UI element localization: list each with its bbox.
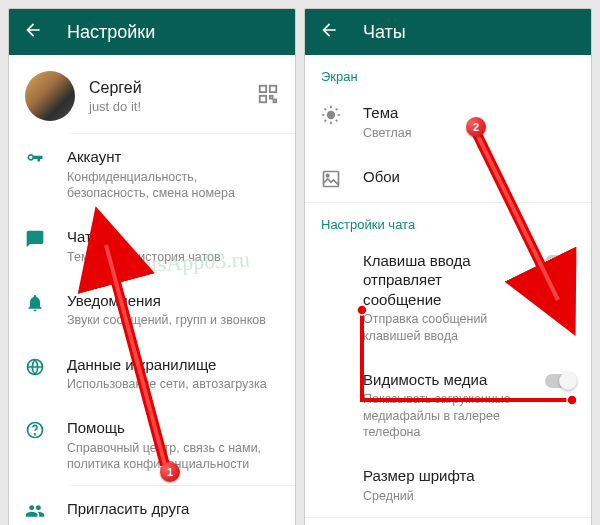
header-title: Настройки (67, 22, 155, 43)
svg-point-8 (327, 111, 335, 119)
section-chat: Настройки чата (305, 203, 591, 238)
header-title: Чаты (363, 22, 406, 43)
chat-icon (25, 229, 45, 249)
menu-enter-send[interactable]: Клавиша ввода отправляет сообщение Отпра… (305, 238, 591, 357)
svg-rect-4 (274, 100, 277, 103)
help-icon (25, 420, 45, 440)
menu-title: Размер шрифта (363, 466, 575, 486)
menu-account[interactable]: Аккаунт Конфиденциальность, безопасность… (9, 134, 295, 214)
settings-screen: Настройки Сергей just do it! Аккаунт Кон… (8, 8, 296, 525)
toggle-enter-send[interactable] (545, 255, 575, 269)
bell-icon (25, 293, 45, 313)
profile-name: Сергей (89, 79, 243, 97)
svg-rect-3 (270, 96, 273, 99)
menu-theme[interactable]: Тема Светлая (305, 90, 591, 154)
menu-sub: Справочный центр, связь с нами, политика… (67, 440, 279, 473)
key-icon (25, 149, 45, 169)
svg-rect-0 (260, 86, 266, 92)
spacer-icon (321, 468, 341, 488)
menu-sub: Отправка сообщений клавишей ввода (363, 311, 523, 344)
theme-icon (321, 105, 341, 125)
menu-font-size[interactable]: Размер шрифта Средний (305, 453, 591, 517)
profile-status: just do it! (89, 99, 243, 114)
menu-media-visibility[interactable]: Видимость медиа Показывать загруженные м… (305, 357, 591, 453)
menu-sub: Конфиденциальность, безопасность, смена … (67, 169, 279, 202)
menu-sub: Светлая (363, 125, 575, 141)
avatar (25, 71, 75, 121)
menu-storage[interactable]: Данные и хранилище Использование сети, а… (9, 342, 295, 406)
menu-title: Аккаунт (67, 147, 279, 167)
menu-title: Чаты (67, 227, 279, 247)
menu-title: Обои (363, 167, 575, 187)
header: Чаты (305, 9, 591, 55)
svg-rect-9 (324, 171, 339, 186)
menu-title: Пригласить друга (67, 499, 279, 519)
menu-sub: Звуки сообщений, групп и звонков (67, 312, 279, 328)
menu-title: Видимость медиа (363, 370, 523, 390)
menu-sub: Использование сети, автозагрузка (67, 376, 279, 392)
people-icon (25, 501, 45, 521)
back-icon[interactable] (23, 20, 43, 44)
menu-notifications[interactable]: Уведомления Звуки сообщений, групп и зво… (9, 278, 295, 342)
wallpaper-icon (321, 169, 341, 189)
section-screen: Экран (305, 55, 591, 90)
profile-text: Сергей just do it! (89, 79, 243, 114)
menu-sub: Показывать загруженные медиафайлы в гале… (363, 391, 523, 440)
toggle-media-visibility[interactable] (545, 374, 575, 388)
menu-title: Клавиша ввода отправляет сообщение (363, 251, 523, 310)
menu-backup[interactable]: Резервная копия чатов (305, 518, 591, 525)
menu-help[interactable]: Помощь Справочный центр, связь с нами, п… (9, 405, 295, 485)
spacer-icon (321, 253, 341, 273)
menu-title: Уведомления (67, 291, 279, 311)
header: Настройки (9, 9, 295, 55)
svg-point-10 (326, 174, 329, 177)
menu-sub: Средний (363, 488, 575, 504)
menu-wallpaper[interactable]: Обои (305, 154, 591, 202)
menu-chats[interactable]: Чаты Тема, обои, история чатов (9, 214, 295, 278)
menu-title: Помощь (67, 418, 279, 438)
menu-title: Тема (363, 103, 575, 123)
data-icon (25, 357, 45, 377)
svg-rect-2 (260, 96, 266, 102)
profile-row[interactable]: Сергей just do it! (9, 55, 295, 133)
spacer-icon (321, 372, 341, 392)
back-icon[interactable] (319, 20, 339, 44)
svg-rect-1 (270, 86, 276, 92)
menu-invite[interactable]: Пригласить друга (9, 486, 295, 525)
menu-sub: Тема, обои, история чатов (67, 249, 279, 265)
chats-settings-screen: Чаты Экран Тема Светлая Обои Настройки ч… (304, 8, 592, 525)
menu-title: Данные и хранилище (67, 355, 279, 375)
qr-icon[interactable] (257, 83, 279, 109)
svg-point-7 (35, 434, 36, 435)
